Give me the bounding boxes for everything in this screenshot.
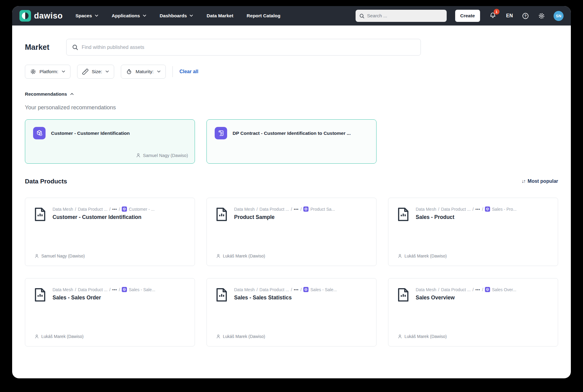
gear-icon (538, 12, 545, 19)
language-selector[interactable]: EN (506, 13, 513, 19)
asset-search[interactable] (66, 39, 421, 56)
nav-item-data-market[interactable]: Data Market (206, 13, 233, 19)
sort-control[interactable]: ↓↑ Most popular (522, 179, 558, 184)
page-title: Market (25, 43, 49, 52)
recommendation-title: DP Contract - Customer Identification to… (233, 131, 351, 136)
main-nav: Spaces Applications Dashboards Data Mark… (76, 13, 281, 19)
data-product-card[interactable]: Data Mesh / Data Product ... / ••• / Sal… (206, 278, 377, 346)
global-search[interactable] (356, 10, 447, 22)
document-chart-icon (215, 288, 228, 302)
recommendation-card[interactable]: Customer - Customer Identification Samue… (25, 119, 195, 164)
navbar-right: Create 1 EN SN (356, 10, 564, 22)
data-product-card[interactable]: Data Mesh / Data Product ... / ••• / Sal… (388, 198, 558, 266)
timer-icon (126, 69, 132, 75)
breadcrumb: Data Mesh / Data Product ... / ••• / Sal… (234, 287, 337, 292)
person-icon (136, 153, 141, 158)
recommendations-toggle[interactable]: Recommendations (25, 91, 558, 97)
breadcrumb: Data Mesh / Data Product ... / ••• / Sal… (416, 206, 517, 212)
breadcrumb-ellipsis[interactable]: ••• (294, 207, 299, 211)
chevron-up-icon (70, 92, 74, 96)
divider (172, 66, 173, 77)
search-icon (359, 13, 364, 19)
chevron-down-icon (189, 14, 193, 18)
breadcrumb-ellipsis[interactable]: ••• (112, 288, 117, 292)
breadcrumb-ellipsis[interactable]: ••• (112, 207, 117, 211)
breadcrumb-ellipsis[interactable]: ••• (476, 288, 480, 292)
data-product-mini-icon (122, 287, 127, 292)
data-product-title: Sales - Product (416, 214, 517, 220)
contract-icon (215, 127, 227, 139)
data-product-mini-icon (303, 206, 309, 212)
person-icon (397, 254, 402, 258)
help-button[interactable] (522, 12, 529, 19)
recommendation-title: Customer - Customer Identification (51, 131, 130, 136)
data-product-card[interactable]: Data Mesh / Data Product ... / ••• / Sal… (25, 278, 195, 346)
top-navbar: dawiso Spaces Applications Dashboards Da… (12, 6, 571, 26)
data-product-title: Sales Overview (416, 295, 516, 301)
notifications-button[interactable]: 1 (489, 12, 496, 20)
breadcrumb-ellipsis[interactable]: ••• (476, 207, 480, 211)
owner-label: Lukáš Marek (Dawiso) (397, 334, 447, 339)
ruler-icon (82, 69, 88, 75)
person-icon (397, 334, 402, 339)
document-chart-icon (397, 288, 410, 302)
data-products-grid: Data Mesh / Data Product ... / ••• / Cus… (25, 198, 558, 346)
recommendations-subtitle: Your personalized recommendations (25, 104, 558, 111)
data-product-mini-icon (122, 206, 127, 212)
sort-label: Most popular (528, 179, 558, 184)
owner-label: Lukáš Marek (Dawiso) (397, 254, 447, 258)
recommendations-grid: Customer - Customer Identification Samue… (25, 119, 558, 164)
create-button[interactable]: Create (455, 10, 480, 22)
app-window: dawiso Spaces Applications Dashboards Da… (12, 6, 571, 378)
asset-search-input[interactable] (82, 44, 415, 50)
chevron-down-icon (143, 14, 146, 18)
data-product-card[interactable]: Data Mesh / Data Product ... / ••• / Sal… (388, 278, 558, 346)
owner-label: Lukáš Marek (Dawiso) (216, 334, 265, 339)
chevron-down-icon (95, 14, 98, 18)
document-chart-icon (34, 207, 46, 222)
data-product-title: Sales - Sales Order (53, 295, 155, 301)
data-product-mini-icon (485, 206, 490, 212)
owner-label: Samuel Nagy (Dawiso) (136, 153, 188, 158)
data-product-title: Sales - Sales Statistics (234, 295, 337, 301)
breadcrumb-ellipsis[interactable]: ••• (294, 288, 299, 292)
dawiso-logo-icon[interactable] (19, 10, 31, 22)
breadcrumb: Data Mesh / Data Product ... / ••• / Sal… (53, 287, 155, 292)
search-icon (72, 44, 78, 50)
document-chart-icon (397, 207, 410, 222)
data-product-mini-icon (303, 287, 309, 292)
package-icon (33, 127, 46, 139)
breadcrumb: Data Mesh / Data Product ... / ••• / Cus… (53, 206, 155, 212)
filter-size[interactable]: Size: (77, 65, 114, 79)
person-icon (216, 254, 221, 258)
gear-icon (30, 69, 36, 75)
data-product-title: Customer - Customer Identification (53, 214, 155, 220)
document-chart-icon (34, 288, 46, 302)
nav-item-spaces[interactable]: Spaces (76, 13, 98, 19)
user-avatar[interactable]: SN (554, 11, 564, 21)
page-content: Market Platform: Size: Maturity: (12, 26, 571, 346)
global-search-input[interactable] (367, 13, 443, 19)
nav-item-report-catalog[interactable]: Report Catalog (247, 13, 280, 19)
filter-maturity[interactable]: Maturity: (121, 65, 165, 79)
data-products-heading: Data Products (25, 178, 67, 185)
data-product-mini-icon (485, 287, 490, 292)
brand-name[interactable]: dawiso (34, 11, 63, 21)
nav-item-applications[interactable]: Applications (112, 13, 146, 19)
data-product-card[interactable]: Data Mesh / Data Product ... / ••• / Cus… (25, 198, 195, 266)
settings-button[interactable] (538, 12, 545, 19)
chevron-down-icon (62, 70, 65, 73)
breadcrumb: Data Mesh / Data Product ... / ••• / Sal… (416, 287, 516, 292)
owner-label: Samuel Nagy (Dawiso) (34, 254, 85, 258)
chevron-down-icon (157, 70, 161, 73)
filter-platform[interactable]: Platform: (25, 65, 70, 79)
person-icon (216, 334, 221, 339)
owner-label: Lukáš Marek (Dawiso) (216, 254, 265, 258)
breadcrumb: Data Mesh / Data Product ... / ••• / Pro… (234, 206, 335, 212)
owner-label: Lukáš Marek (Dawiso) (34, 334, 84, 339)
recommendation-card[interactable]: DP Contract - Customer Identification to… (206, 119, 377, 164)
filter-bar: Platform: Size: Maturity: Clear all (25, 65, 558, 79)
clear-all-button[interactable]: Clear all (179, 69, 198, 74)
nav-item-dashboards[interactable]: Dashboards (160, 13, 193, 19)
data-product-card[interactable]: Data Mesh / Data Product ... / ••• / Pro… (206, 198, 377, 266)
